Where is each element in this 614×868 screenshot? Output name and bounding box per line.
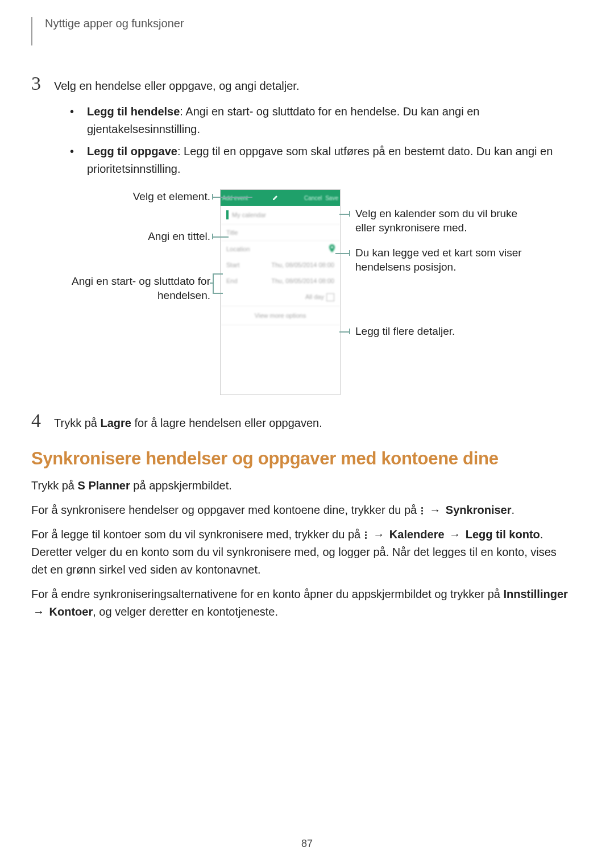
callout-select-calendar: Velg en kalender som du vil brukeeller s…: [355, 207, 517, 235]
diagram: Add event Cancel Save My calendar Title …: [45, 189, 557, 394]
end-row: EndThu, 08/05/2014 08:00: [221, 273, 340, 289]
step-4-text: Trykk på Lagre for å lagre hendelsen ell…: [54, 411, 571, 431]
step-number-4: 4: [31, 411, 54, 431]
para-2: For å synkronisere hendelser og oppgaver…: [31, 501, 571, 519]
para-4: For å endre synkroniseringsalternativene…: [31, 585, 571, 621]
phone-mockup: Add event Cancel Save My calendar Title …: [220, 189, 341, 395]
location-pin-icon: [329, 244, 335, 252]
callout-enter-title: Angi en tittel.: [148, 230, 210, 244]
title-field: Title: [221, 224, 340, 240]
svg-marker-0: [273, 196, 277, 200]
bullet-add-task: • Legg til oppgave: Legg til en oppgave …: [65, 143, 571, 178]
para-3: For å legge til kontoer som du vil synkr…: [31, 526, 571, 579]
callout-select-item: Velg et element.: [133, 190, 210, 204]
location-field: Location: [221, 240, 340, 257]
callout-add-more: Legg til flere detaljer.: [355, 325, 455, 339]
start-row: StartThu, 08/05/2014 08:00: [221, 257, 340, 273]
edit-icon: [272, 195, 278, 201]
page-header: Nyttige apper og funksjoner: [31, 17, 571, 45]
callout-startend: Angi en start- og sluttdato forhendelsen…: [72, 275, 210, 302]
more-icon: [421, 506, 424, 516]
section-heading-sync: Synkronisere hendelser og oppgaver med k…: [31, 448, 571, 469]
page-number: 87: [0, 838, 614, 850]
allday-row: All day: [221, 289, 340, 306]
more-icon: [364, 531, 368, 540]
step-number-3: 3: [31, 74, 54, 94]
app-bar: Add event Cancel Save: [221, 190, 340, 206]
bullet-add-event: • Legg til hendelse: Angi en start- og s…: [65, 103, 571, 138]
calendar-row: My calendar: [232, 211, 266, 218]
para-1: Trykk på S Planner på appskjermbildet.: [31, 477, 571, 495]
callout-attach-map: Du kan legge ved et kart som viserhendel…: [355, 246, 522, 274]
step-3-intro: Velg en hendelse eller oppgave, og angi …: [54, 74, 571, 94]
more-options-row: View more options: [221, 306, 340, 325]
